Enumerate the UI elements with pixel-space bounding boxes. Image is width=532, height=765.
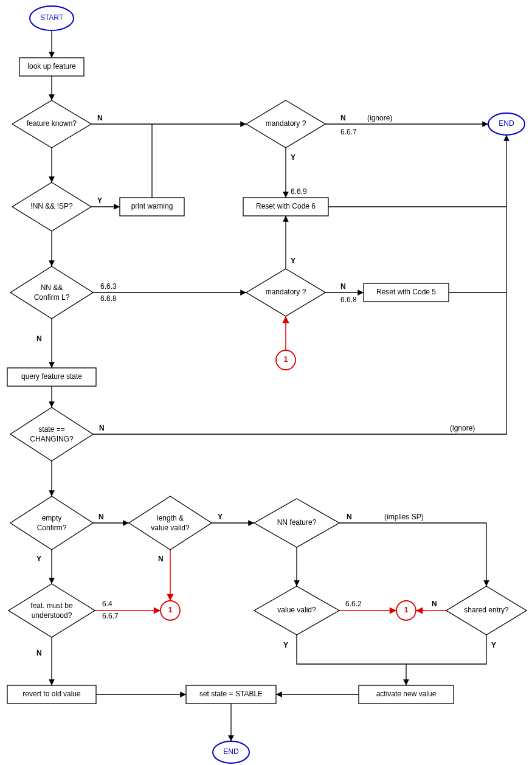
mandatory-top-text: mandatory ?	[266, 119, 306, 128]
edge-shared-y-lbl: Y	[491, 641, 496, 649]
edge-mandmid-ref: 6.6.8	[340, 296, 357, 304]
edge-nnf-implies: (implies SP)	[384, 513, 424, 521]
edge-nncl-n-lbl: N	[36, 334, 42, 343]
nn-confirm-text1: NN &&	[41, 283, 63, 292]
edge-shared-y-activate	[406, 635, 486, 664]
shared-entry-text: shared entry?	[464, 606, 509, 614]
edge-mandtop-n-lbl: N	[340, 114, 346, 122]
set-state-stable-text: set state = STABLE	[199, 690, 263, 698]
edge-state-n-lbl: N	[99, 424, 105, 432]
edge-nnsp-y-lbl: Y	[97, 196, 102, 205]
feat-understood-decision	[9, 584, 95, 637]
edge-nncl-ref2: 6.6.8	[100, 294, 117, 303]
empty-confirm-decision	[10, 496, 93, 550]
edge-feature-n-lbl: N	[97, 114, 103, 122]
edge-empty-n-lbl: N	[98, 513, 104, 521]
revert-old-value-text: revert to old value	[22, 690, 81, 698]
edge-feat-ref2: 6.6.7	[102, 612, 119, 620]
edge-len-y-lbl: Y	[218, 513, 223, 521]
edge-state-n-end	[93, 292, 506, 434]
connector-1b-text: 1	[168, 606, 173, 614]
state-changing-text1: state ==	[38, 425, 64, 434]
empty-confirm-text2: Confirm?	[37, 524, 67, 532]
feat-understood-text2: understood?	[32, 611, 72, 620]
edge-mandtop-ref: 6.6.7	[340, 128, 357, 136]
connector-1a-text: 1	[284, 355, 288, 364]
reset-code-6-text: Reset with Code 6	[256, 202, 316, 210]
edge-mandmid-y-lbl: Y	[291, 257, 295, 265]
activate-new-value-text: activate new value	[376, 690, 437, 698]
nn-feature-text: NN feature?	[277, 518, 317, 527]
start-label: START	[40, 13, 64, 22]
edge-nncl-ref1: 6.6.3	[100, 282, 117, 291]
edge-feat-ref1: 6.4	[102, 600, 112, 608]
length-value-text2: value valid?	[151, 524, 190, 532]
feature-known-text: feature known?	[27, 119, 77, 128]
flowchart: START END END look up feature print warn…	[0, 0, 532, 765]
state-changing-decision	[10, 407, 93, 461]
end-bottom-label: END	[223, 747, 239, 756]
print-warning-text: print warning	[131, 202, 173, 210]
length-value-decision	[129, 496, 212, 550]
feat-understood-text1: feat. must be	[30, 601, 73, 610]
nn-sp-text: !NN && !SP?	[30, 202, 73, 210]
edge-val-ref: 6.6.2	[345, 600, 362, 608]
edge-state-ignore: (ignore)	[450, 424, 475, 432]
nn-confirm-decision	[10, 266, 93, 319]
nn-confirm-text2: Confirm L?	[34, 293, 70, 302]
look-up-feature-text: look up feature	[27, 62, 76, 71]
mandatory-mid-text: mandatory ?	[266, 288, 306, 296]
edge-mandtop-669: 6.6.9	[291, 187, 307, 196]
value-valid-text: value valid?	[277, 606, 316, 614]
empty-confirm-text1: empty	[42, 514, 62, 522]
query-feature-state-text: query feature state	[21, 372, 82, 381]
edge-val-y-activate	[297, 635, 406, 685]
edge-shared-n-lbl: N	[432, 600, 437, 608]
edge-val-y-lbl: Y	[283, 641, 288, 649]
edge-feat-n-lbl: N	[36, 649, 42, 657]
reset-code-5-text: Reset with Code 5	[376, 288, 436, 296]
edge-mandmid-n-lbl: N	[340, 282, 346, 291]
edge-len-n-lbl: N	[158, 555, 164, 563]
edge-mandtop-y-lbl: Y	[291, 153, 295, 162]
edge-reset6-end	[328, 135, 506, 207]
edge-nnf-n-lbl: N	[347, 513, 352, 521]
length-value-text1: length &	[157, 514, 184, 522]
state-changing-text2: CHANGING?	[30, 435, 74, 443]
edge-nnf-n-shared	[339, 523, 486, 586]
end-top-label: END	[499, 119, 514, 128]
edge-mandtop-ignore: (ignore)	[367, 114, 392, 122]
connector-1c-text: 1	[404, 606, 409, 614]
edge-reset5-end	[449, 207, 506, 292]
edge-empty-y-lbl: Y	[36, 555, 41, 563]
